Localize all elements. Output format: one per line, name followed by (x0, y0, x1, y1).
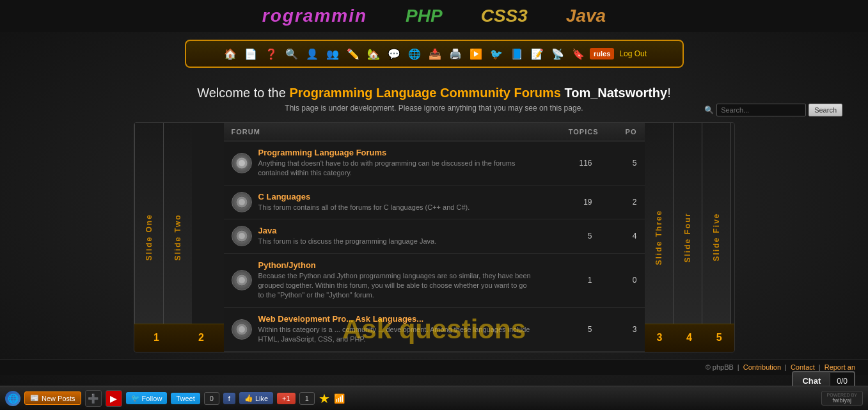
taskbar-star-icon[interactable]: ★ (319, 391, 330, 406)
nav-logout-button[interactable]: Log Out (619, 49, 647, 58)
svg-point-5 (239, 233, 245, 239)
logo-php: PHP (406, 6, 443, 26)
nav-rss-icon[interactable]: 📡 (549, 45, 567, 63)
table-row: Web Development Pro... Ask Languages... … (224, 308, 645, 352)
table-row: Programming Language Forums Anything tha… (224, 141, 645, 185)
slide-num-1[interactable]: 1 (134, 324, 179, 352)
slide-num-2[interactable]: 2 (179, 324, 224, 352)
tweet-label: Tweet (176, 395, 194, 402)
forum-desc-2: This forum is to discuss the programming… (258, 237, 535, 246)
column-posts-label: PO (599, 128, 637, 136)
logo-css3: CSS3 (481, 6, 528, 26)
welcome-text: Welcome to the Programming Language Comm… (0, 86, 868, 100)
taskbar-youtube-icon[interactable]: ▶ (106, 390, 122, 407)
gplus-count: 1 (299, 392, 315, 405)
forum-posts-2: 4 (599, 232, 637, 240)
taskbar-newpost-btn[interactable]: 📰 New Posts (24, 391, 81, 405)
slide-num-4[interactable]: 4 (674, 324, 704, 352)
powered-by-label: POWERED BY (827, 393, 857, 397)
navigation-bar: 🏠 📄 ❓ 🔍 👤 👥 ✏️ 🏡 💬 🌐 📥 🖨️ ▶️ 🐦 📘 📝 📡 🔖 r… (185, 40, 684, 68)
svg-point-3 (239, 199, 245, 205)
nav-globe-icon[interactable]: 🌐 (406, 45, 423, 63)
nav-group-icon[interactable]: 👥 (324, 45, 342, 63)
forum-title-3[interactable]: Python/Jython (258, 260, 316, 270)
report-link[interactable]: Report an (825, 363, 855, 371)
footer-bar: © phpBB | Contribution | Contact | Repor… (0, 359, 868, 375)
forum-info-2: Java This forum is to discuss the progra… (258, 226, 535, 246)
table-row: Python/Jython Because the Python and Jyt… (224, 254, 645, 308)
taskbar-globe-icon[interactable]: 🌐 (5, 391, 20, 406)
nav-download-icon[interactable]: 📥 (426, 45, 444, 63)
forum-title-2[interactable]: Java (258, 226, 277, 235)
logo-programming: rogrammin (262, 6, 367, 26)
forum-topics-0: 116 (541, 159, 592, 168)
slide-four-tab[interactable]: Slide Four (674, 123, 702, 352)
tweet-count: 0 (204, 392, 219, 405)
taskbar-twitter-btn[interactable]: 🐦 Follow (126, 392, 168, 404)
forum-topics-4: 5 (541, 325, 592, 334)
like-label: Like (255, 395, 268, 402)
taskbar-wifi-icon[interactable]: 📶 (334, 393, 345, 404)
nav-rules-button[interactable]: rules (590, 48, 614, 59)
svg-point-9 (239, 326, 245, 333)
forum-desc-4: Within this category is a ... community … (258, 325, 535, 345)
fwibiyaj-label: fwibiyaj (833, 397, 852, 404)
newpost-icon: 📰 (30, 394, 39, 402)
forum-desc-3: Because the Python and Jython programmin… (258, 271, 535, 301)
nav-search-icon[interactable]: 🔍 (283, 45, 301, 63)
taskbar-like-btn[interactable]: 👍 Like (239, 392, 273, 404)
nav-bookmark-icon[interactable]: 🔖 (569, 45, 587, 63)
slide-two-tab[interactable]: Slide Two (163, 123, 192, 352)
logo-java: Java (566, 6, 606, 26)
twitter-bird-icon: 🐦 (131, 394, 140, 402)
nav-house-icon[interactable]: 🏡 (365, 45, 383, 63)
nav-edit-icon[interactable]: ✏️ (344, 45, 362, 63)
slide-one-tab[interactable]: Slide One (134, 123, 163, 352)
contact-link[interactable]: Contact (791, 363, 815, 371)
slide-tabs-right: Slide Three Slide Four Slide Five (645, 123, 734, 352)
forum-posts-1: 2 (599, 198, 637, 207)
forum-topics-2: 5 (541, 232, 592, 240)
slide-three-tab[interactable]: Slide Three (645, 123, 674, 352)
svg-point-1 (239, 160, 245, 166)
forum-title-0[interactable]: Programming Language Forums (258, 148, 387, 157)
taskbar-tweet-btn[interactable]: Tweet (171, 393, 200, 404)
forum-topics-1: 19 (541, 198, 592, 207)
forum-title-4[interactable]: Web Development Pro... Ask Languages... (258, 314, 424, 324)
nav-facebook-icon[interactable]: 📘 (508, 45, 526, 63)
nav-home-icon[interactable]: 🏠 (221, 45, 239, 63)
taskbar-facebook-btn[interactable]: f (223, 393, 235, 404)
nav-youtube-icon[interactable]: ▶️ (467, 45, 485, 63)
forum-icon-4 (232, 319, 252, 340)
nav-twitter-icon[interactable]: 🐦 (487, 45, 505, 63)
thumbs-up-icon: 👍 (244, 394, 253, 402)
slide-numbers-left: 1 2 (134, 324, 224, 352)
phpbb-text: © phpBB (706, 363, 734, 371)
slide-num-5[interactable]: 5 (704, 324, 734, 352)
forum-title-1[interactable]: C Languages (258, 192, 311, 201)
forum-icon-2 (232, 226, 252, 246)
taskbar-plus-icon[interactable]: ➕ (85, 390, 102, 407)
slide-num-3[interactable]: 3 (645, 324, 675, 352)
nav-printer-icon[interactable]: 🖨️ (446, 45, 464, 63)
forum-info-1: C Languages This forum contains all of t… (258, 192, 535, 212)
nav-chat-icon[interactable]: 💬 (385, 45, 403, 63)
search-button[interactable]: Search (809, 104, 842, 116)
slide-five-tab[interactable]: Slide Five (702, 123, 731, 352)
new-posts-label: New Posts (42, 395, 75, 402)
column-topics-label: TOPICS (548, 128, 599, 136)
nav-blogger-icon[interactable]: 📝 (528, 45, 546, 63)
welcome-brand: Programming Language Community Forums (289, 86, 560, 100)
taskbar-gplus-btn[interactable]: +1 (277, 393, 296, 404)
follow-label: Follow (142, 395, 162, 402)
forum-posts-3: 0 (599, 276, 637, 285)
forum-info-3: Python/Jython Because the Python and Jyt… (258, 260, 535, 301)
nav-user-icon[interactable]: 👤 (303, 45, 321, 63)
search-input[interactable] (716, 104, 806, 116)
fwibiyaj-widget[interactable]: POWERED BY fwibiyaj (821, 391, 863, 406)
forum-icon-3 (232, 270, 252, 290)
nav-page-icon[interactable]: 📄 (242, 45, 260, 63)
nav-help-icon[interactable]: ❓ (262, 45, 280, 63)
forum-icon-1 (232, 192, 252, 212)
contribution-link[interactable]: Contribution (743, 363, 781, 371)
